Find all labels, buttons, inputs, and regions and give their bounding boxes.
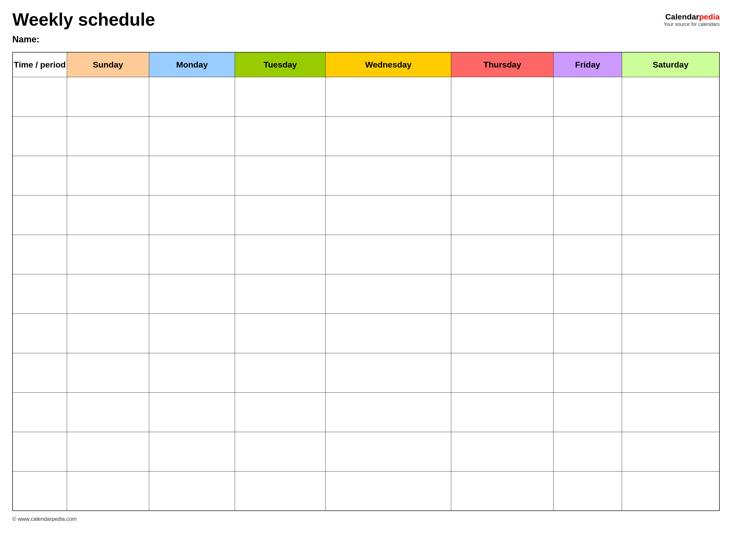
table-cell[interactable] bbox=[67, 392, 149, 432]
table-cell[interactable] bbox=[149, 471, 235, 511]
table-cell[interactable] bbox=[553, 314, 622, 353]
table-cell[interactable] bbox=[13, 432, 67, 471]
table-cell[interactable] bbox=[325, 432, 451, 471]
table-cell[interactable] bbox=[13, 353, 67, 392]
table-cell[interactable] bbox=[235, 471, 325, 511]
table-cell[interactable] bbox=[622, 235, 719, 274]
table-cell[interactable] bbox=[13, 156, 67, 195]
table-cell[interactable] bbox=[235, 77, 325, 116]
table-cell[interactable] bbox=[13, 314, 67, 353]
table-cell[interactable] bbox=[325, 235, 451, 274]
table-cell[interactable] bbox=[13, 77, 67, 116]
table-cell[interactable] bbox=[622, 156, 719, 195]
table-cell[interactable] bbox=[553, 471, 622, 511]
table-cell[interactable] bbox=[149, 235, 235, 274]
table-cell[interactable] bbox=[149, 195, 235, 235]
table-cell[interactable] bbox=[13, 274, 67, 314]
table-cell[interactable] bbox=[149, 116, 235, 156]
table-cell[interactable] bbox=[622, 116, 719, 156]
table-cell[interactable] bbox=[67, 235, 149, 274]
table-cell[interactable] bbox=[553, 235, 622, 274]
page-header: Weekly schedule Calendarpedia Your sourc… bbox=[12, 10, 720, 29]
table-cell[interactable] bbox=[149, 392, 235, 432]
table-cell[interactable] bbox=[622, 274, 719, 314]
table-cell[interactable] bbox=[451, 471, 553, 511]
table-cell[interactable] bbox=[553, 432, 622, 471]
table-row bbox=[13, 432, 719, 471]
table-cell[interactable] bbox=[451, 432, 553, 471]
table-cell[interactable] bbox=[325, 116, 451, 156]
table-cell[interactable] bbox=[451, 314, 553, 353]
logo: Calendarpedia bbox=[664, 12, 720, 21]
table-cell[interactable] bbox=[451, 392, 553, 432]
table-cell[interactable] bbox=[149, 77, 235, 116]
table-cell[interactable] bbox=[149, 274, 235, 314]
table-header-row: Time / period Sunday Monday Tuesday Wedn… bbox=[13, 52, 719, 77]
table-cell[interactable] bbox=[622, 314, 719, 353]
table-cell[interactable] bbox=[235, 353, 325, 392]
table-cell[interactable] bbox=[325, 471, 451, 511]
table-cell[interactable] bbox=[13, 392, 67, 432]
table-cell[interactable] bbox=[13, 116, 67, 156]
table-cell[interactable] bbox=[553, 274, 622, 314]
table-cell[interactable] bbox=[553, 156, 622, 195]
table-cell[interactable] bbox=[325, 156, 451, 195]
table-cell[interactable] bbox=[451, 235, 553, 274]
table-cell[interactable] bbox=[553, 195, 622, 235]
table-cell[interactable] bbox=[67, 77, 149, 116]
table-cell[interactable] bbox=[451, 195, 553, 235]
table-cell[interactable] bbox=[451, 156, 553, 195]
table-cell[interactable] bbox=[235, 392, 325, 432]
table-cell[interactable] bbox=[325, 77, 451, 116]
table-cell[interactable] bbox=[622, 392, 719, 432]
header-friday: Friday bbox=[553, 52, 622, 77]
table-cell[interactable] bbox=[553, 353, 622, 392]
table-cell[interactable] bbox=[235, 274, 325, 314]
table-cell[interactable] bbox=[235, 156, 325, 195]
table-cell[interactable] bbox=[67, 432, 149, 471]
table-cell[interactable] bbox=[67, 314, 149, 353]
table-cell[interactable] bbox=[325, 353, 451, 392]
table-cell[interactable] bbox=[149, 432, 235, 471]
table-cell[interactable] bbox=[622, 195, 719, 235]
table-cell[interactable] bbox=[451, 353, 553, 392]
table-cell[interactable] bbox=[235, 116, 325, 156]
table-cell[interactable] bbox=[149, 156, 235, 195]
table-cell[interactable] bbox=[235, 314, 325, 353]
header-time-period: Time / period bbox=[13, 52, 67, 77]
table-row bbox=[13, 274, 719, 314]
table-cell[interactable] bbox=[149, 314, 235, 353]
table-cell[interactable] bbox=[325, 274, 451, 314]
table-row bbox=[13, 156, 719, 195]
table-row bbox=[13, 314, 719, 353]
table-cell[interactable] bbox=[325, 314, 451, 353]
table-cell[interactable] bbox=[13, 195, 67, 235]
table-row bbox=[13, 471, 719, 511]
table-cell[interactable] bbox=[553, 77, 622, 116]
table-cell[interactable] bbox=[149, 353, 235, 392]
table-cell[interactable] bbox=[67, 116, 149, 156]
table-cell[interactable] bbox=[13, 471, 67, 511]
table-cell[interactable] bbox=[235, 235, 325, 274]
table-cell[interactable] bbox=[235, 432, 325, 471]
table-cell[interactable] bbox=[67, 195, 149, 235]
table-cell[interactable] bbox=[622, 77, 719, 116]
table-cell[interactable] bbox=[67, 274, 149, 314]
table-cell[interactable] bbox=[325, 195, 451, 235]
table-row bbox=[13, 77, 719, 116]
table-cell[interactable] bbox=[235, 195, 325, 235]
table-cell[interactable] bbox=[67, 353, 149, 392]
table-cell[interactable] bbox=[67, 471, 149, 511]
table-cell[interactable] bbox=[325, 392, 451, 432]
table-cell[interactable] bbox=[553, 116, 622, 156]
table-cell[interactable] bbox=[451, 77, 553, 116]
table-cell[interactable] bbox=[451, 274, 553, 314]
table-cell[interactable] bbox=[553, 392, 622, 432]
table-cell[interactable] bbox=[622, 471, 719, 511]
table-cell[interactable] bbox=[13, 235, 67, 274]
table-cell[interactable] bbox=[622, 432, 719, 471]
table-cell[interactable] bbox=[451, 116, 553, 156]
table-cell[interactable] bbox=[622, 353, 719, 392]
table-row bbox=[13, 392, 719, 432]
table-cell[interactable] bbox=[67, 156, 149, 195]
